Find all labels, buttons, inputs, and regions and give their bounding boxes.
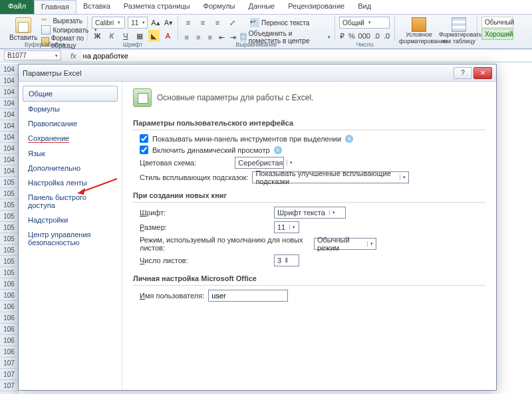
style-normal[interactable]: Обычный [481,17,513,28]
group-number: Общий▾ ₽ % 000 .0 .0 Число [335,16,395,41]
tab-review[interactable]: Рецензирование [281,0,351,14]
row-header[interactable]: 104 [0,154,18,165]
help-button[interactable]: ? [454,67,472,79]
row-header[interactable]: 104 [0,120,18,132]
default-font-combo[interactable]: Шрифт текста▾ [274,207,346,219]
row-header[interactable]: 106 [0,301,18,312]
row-header[interactable]: 104 [0,86,18,98]
view-label: Режим, используемый по умолчанию для нов… [140,236,310,252]
align-middle[interactable]: ≡ [197,17,209,29]
sidebar-item-6[interactable]: Настройка ленты [23,175,118,190]
dec-decimal[interactable]: .0 [383,30,390,42]
tooltip-style-combo[interactable]: Показывать улучшенные всплывающие подска… [252,171,409,183]
row-header[interactable]: 105 [0,233,18,245]
username-input[interactable] [208,290,288,302]
dialog-titlebar[interactable]: Параметры Excel ? ✕ [19,64,496,82]
sidebar-item-5[interactable]: Дополнительно [23,161,118,175]
cond-format-icon [412,17,426,32]
number-format-combo[interactable]: Общий▾ [339,17,390,29]
row-header[interactable]: 105 [0,199,18,211]
row-header[interactable]: 106 [0,335,18,346]
tab-formulas[interactable]: Формулы [197,0,242,14]
formula-bar: B1077▾ fx [0,49,532,62]
row-header[interactable]: 104 [0,132,18,143]
row-header[interactable]: 105 [0,245,18,256]
align-bottom[interactable]: ≡ [211,17,223,29]
row-header[interactable]: 107 [0,380,18,391]
font-color-button[interactable]: A [162,30,174,42]
currency-button[interactable]: ₽ [339,30,345,42]
formula-input[interactable] [82,50,532,61]
row-header[interactable]: 107 [0,369,18,380]
align-top[interactable]: ≡ [182,17,194,29]
style-good[interactable]: Хороший [481,29,513,40]
show-mini-toolbar-checkbox[interactable] [140,134,148,143]
default-size-combo[interactable]: 11▾ [274,221,299,233]
dialog-heading: Основные параметры для работы с Excel. [157,93,313,102]
tab-page-layout[interactable]: Разметка страницы [117,0,197,14]
wrap-icon: ↩ [250,18,259,27]
row-header[interactable]: 104 [0,143,18,154]
dialog-title: Параметры Excel [23,69,452,77]
row-header[interactable]: 104 [0,75,18,86]
row-header[interactable]: 104 [0,64,18,75]
row-header[interactable]: 104 [0,109,18,120]
tooltip-style-label: Стиль всплывающих подсказок: [140,173,248,181]
row-header[interactable]: 106 [0,312,18,324]
font-name-combo[interactable]: Calibri▾ [92,17,125,29]
info-icon[interactable]: i [274,146,282,154]
row-header[interactable]: 105 [0,267,18,278]
row-header[interactable]: 104 [0,165,18,177]
font-size-combo[interactable]: 11▾ [128,17,148,29]
live-preview-checkbox[interactable] [140,146,148,154]
row-header[interactable]: 106 [0,290,18,301]
info-icon[interactable]: i [345,135,353,143]
inc-decimal[interactable]: .0 [373,30,380,42]
shrink-font-button[interactable]: A▾ [164,17,174,29]
borders-button[interactable]: ▦ [134,30,146,42]
row-header[interactable]: 106 [0,324,18,335]
tab-data[interactable]: Данные [241,0,281,14]
row-header[interactable]: 107 [0,357,18,369]
group-clipboard: Вставить ✂Вырезать Копировать▾ Формат по… [3,16,88,41]
tab-home[interactable]: Главная [34,0,76,14]
tab-view[interactable]: Вид [351,0,378,14]
wrap-text-button[interactable]: ↩Перенос текста [250,18,309,27]
options-icon [133,88,152,107]
name-box[interactable]: B1077▾ [4,50,61,60]
sidebar-item-1[interactable]: Формулы [23,102,118,116]
italic-button[interactable]: К [106,30,117,42]
orientation[interactable]: ⤢ [226,17,238,29]
sidebar-item-0[interactable]: Общие [23,86,118,102]
cond-format-button[interactable]: Условное форматирование [399,17,439,45]
row-header[interactable]: 106 [0,278,18,290]
row-header[interactable]: 105 [0,188,18,199]
fx-icon[interactable]: fx [70,52,76,60]
comma-button[interactable]: 000 [358,30,370,42]
sidebar-item-9[interactable]: Центр управления безопасностью [23,227,118,250]
scissors-icon: ✂ [41,16,51,25]
row-header[interactable]: 105 [0,256,18,267]
row-header[interactable]: 105 [0,222,18,233]
sheets-spinner[interactable]: 3▲▼ [274,254,299,266]
sidebar-item-7[interactable]: Панель быстрого доступа [23,190,118,213]
close-button[interactable]: ✕ [473,67,492,79]
sidebar-item-3[interactable]: Сохранение [23,131,118,146]
underline-button[interactable]: Ч [120,30,131,42]
row-header[interactable]: 106 [0,346,18,357]
tab-file[interactable]: Файл [0,0,34,14]
format-table-button[interactable]: Форматировать как таблицу [439,17,479,45]
color-scheme-combo[interactable]: Серебристая▾ [235,157,284,169]
sidebar-item-2[interactable]: Правописание [23,116,118,131]
bold-button[interactable]: Ж [92,30,103,42]
row-header[interactable]: 105 [0,211,18,222]
row-header[interactable]: 105 [0,177,18,188]
grow-font-button[interactable]: A▴ [150,17,160,29]
percent-button[interactable]: % [348,30,356,42]
default-view-combo[interactable]: Обычный режим▾ [314,238,376,250]
sidebar-item-4[interactable]: Язык [23,146,118,161]
row-header[interactable]: 104 [0,98,18,109]
fill-color-button[interactable]: ◣ [148,30,160,42]
sidebar-item-8[interactable]: Надстройки [23,213,118,227]
tab-insert[interactable]: Вставка [76,0,117,14]
